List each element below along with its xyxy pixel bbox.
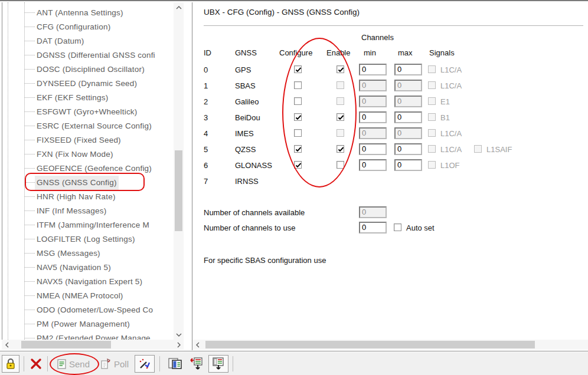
tree-connector bbox=[25, 111, 35, 112]
scrollbar-thumb[interactable] bbox=[205, 341, 535, 348]
scroll-left-icon[interactable] bbox=[192, 340, 202, 350]
channels-to-use-field[interactable]: 0 bbox=[359, 222, 387, 233]
signal-label: L1C/A bbox=[440, 145, 462, 154]
window-download-icon bbox=[211, 357, 226, 371]
signal-label: L1OF bbox=[440, 161, 460, 170]
enable-checkbox-glonass[interactable] bbox=[337, 161, 344, 169]
signal-checkbox-l1of bbox=[428, 161, 436, 169]
tree-item-label: GNSS (GNSS Config) bbox=[35, 176, 119, 190]
tree-item-hnr[interactable]: HNR (High Nav Rate) bbox=[2, 190, 174, 204]
configure-checkbox-glonass[interactable] bbox=[294, 161, 302, 169]
check-mark-icon bbox=[337, 66, 345, 74]
row-gnss-name: IRNSS bbox=[235, 177, 259, 186]
tree-item-ekf[interactable]: EKF (EKF Settings) bbox=[2, 91, 174, 105]
tree-connector bbox=[25, 83, 35, 84]
configure-checkbox-sbas[interactable] bbox=[294, 81, 302, 89]
max-channels-field-sbas: 0 bbox=[394, 80, 422, 91]
configure-checkbox-beidou[interactable] bbox=[294, 113, 302, 121]
max-channels-field-glonass[interactable]: 0 bbox=[394, 159, 422, 171]
lock-button[interactable] bbox=[2, 355, 19, 373]
max-channels-field-gps[interactable]: 0 bbox=[394, 64, 422, 75]
tree-item-label: GEOFENCE (Geofence Config) bbox=[37, 162, 152, 176]
tree-item-geofence[interactable]: GEOFENCE (Geofence Config) bbox=[2, 162, 174, 176]
views-button[interactable] bbox=[166, 355, 185, 373]
tree-item-pm2[interactable]: PM2 (Extended Power Manage bbox=[2, 331, 174, 340]
min-channels-field-imes: 0 bbox=[359, 127, 387, 139]
poll-icon bbox=[100, 358, 112, 370]
min-channels-field-beidou[interactable]: 0 bbox=[359, 111, 387, 123]
signal-checkbox-l1ca bbox=[428, 65, 436, 73]
check-mark-icon bbox=[295, 162, 302, 169]
signal-checkbox-l1ca bbox=[428, 145, 436, 153]
tree-connector bbox=[25, 69, 35, 70]
scrollbar-thumb[interactable] bbox=[175, 150, 182, 231]
max-channels-field-imes: 0 bbox=[394, 127, 422, 139]
check-mark-icon bbox=[295, 66, 302, 74]
tree-item-dynseed[interactable]: DYNSEED (Dynamic Seed) bbox=[2, 77, 174, 91]
scroll-down-icon[interactable] bbox=[174, 330, 184, 340]
min-channels-field-glonass[interactable]: 0 bbox=[359, 159, 387, 171]
min-channels-field-gps[interactable]: 0 bbox=[359, 64, 387, 75]
tree-item-esrc[interactable]: ESRC (External Source Config) bbox=[2, 119, 174, 133]
signal-label: B1 bbox=[440, 113, 450, 122]
tree-item-ant[interactable]: ANT (Antenna Settings) bbox=[2, 6, 174, 20]
tree-item-logfilter[interactable]: LOGFILTER (Log Settings) bbox=[2, 232, 174, 246]
enable-checkbox-qzss[interactable] bbox=[337, 145, 344, 153]
store-config-button[interactable] bbox=[208, 355, 228, 373]
tree-item-label: DOSC (Disciplined Oscillator) bbox=[37, 63, 145, 77]
customize-button[interactable] bbox=[135, 355, 155, 373]
tree-item-msg[interactable]: MSG (Messages) bbox=[2, 246, 174, 261]
enable-checkbox-gps[interactable] bbox=[337, 65, 344, 73]
tree-item-label: PM2 (Extended Power Manage bbox=[37, 331, 151, 340]
tree-vertical-scrollbar[interactable] bbox=[174, 2, 184, 340]
min-channels-field-qzss[interactable]: 0 bbox=[359, 143, 387, 155]
poll-button[interactable]: Poll bbox=[98, 355, 131, 373]
tree-item-label: ESRC (External Source Config) bbox=[37, 119, 152, 133]
customize-wand-icon bbox=[138, 357, 151, 370]
max-channels-field-qzss[interactable]: 0 bbox=[394, 143, 422, 155]
tree-horizontal-scrollbar[interactable] bbox=[2, 340, 184, 350]
scrollbar-thumb[interactable] bbox=[21, 341, 111, 348]
tree-item-label: FXN (Fix Now Mode) bbox=[37, 147, 113, 162]
tree-item-fxn[interactable]: FXN (Fix Now Mode) bbox=[2, 147, 174, 162]
signal-checkbox-l1saif bbox=[474, 145, 482, 153]
tree-item-navx5[interactable]: NAVX5 (Navigation Expert 5) bbox=[2, 275, 174, 289]
panel-title: UBX - CFG (Config) - GNSS (GNSS Config) bbox=[204, 8, 360, 17]
auto-set-checkbox[interactable] bbox=[394, 223, 401, 231]
clipboard-icon bbox=[168, 357, 183, 370]
messages-view-window: ANT (Antenna Settings)CFG (Configuration… bbox=[0, 0, 588, 375]
tree-item-dosc[interactable]: DOSC (Disciplined Oscillator) bbox=[2, 63, 174, 77]
tree-item-esfgwt[interactable]: ESFGWT (Gyro+Wheeltick) bbox=[2, 105, 174, 119]
signal-label: E1 bbox=[440, 97, 450, 106]
tree-item-inf[interactable]: INF (Inf Messages) bbox=[2, 204, 174, 218]
tree-item-fixseed[interactable]: FIXSEED (Fixed Seed) bbox=[2, 133, 174, 147]
tree-item-dat[interactable]: DAT (Datum) bbox=[2, 34, 174, 48]
tree-item-pm[interactable]: PM (Power Management) bbox=[2, 317, 174, 331]
tree-item-gnss[interactable]: GNSS (GNSS Config) bbox=[2, 176, 174, 190]
tree-item-nmea[interactable]: NMEA (NMEA Protocol) bbox=[2, 289, 174, 303]
configure-checkbox-gps[interactable] bbox=[294, 65, 302, 73]
tree-item-cfg[interactable]: CFG (Configuration) bbox=[2, 20, 174, 34]
scroll-up-icon[interactable] bbox=[174, 2, 184, 12]
tree-item-itfm[interactable]: ITFM (Jamming/Interference M bbox=[2, 218, 174, 232]
max-channels-field-beidou[interactable]: 0 bbox=[394, 111, 422, 123]
configure-checkbox-qzss[interactable] bbox=[294, 145, 302, 153]
row-id: 7 bbox=[204, 177, 208, 186]
sbas-note: For specific SBAS configuration use bbox=[204, 256, 326, 265]
tree-item-odo[interactable]: ODO (Odometer/Low-Speed Co bbox=[2, 303, 174, 317]
tree-item-nav5[interactable]: NAV5 (Navigation 5) bbox=[2, 261, 174, 275]
signal-checkbox-l1ca bbox=[428, 129, 436, 137]
tree-item-dgnss[interactable]: DGNSS (Differential GNSS confi bbox=[2, 48, 174, 63]
load-config-button[interactable] bbox=[187, 355, 206, 373]
send-button[interactable]: Send bbox=[55, 355, 92, 373]
configure-checkbox-imes[interactable] bbox=[294, 129, 302, 137]
delete-button[interactable] bbox=[28, 355, 44, 373]
tree-connector bbox=[25, 281, 35, 282]
configure-checkbox-galileo[interactable] bbox=[294, 97, 302, 105]
panel-horizontal-scrollbar[interactable] bbox=[192, 340, 588, 350]
signal-label: L1SAIF bbox=[486, 145, 512, 154]
scroll-right-icon[interactable] bbox=[174, 340, 184, 350]
scroll-left-icon[interactable] bbox=[2, 340, 12, 350]
tree-connector bbox=[25, 324, 35, 324]
enable-checkbox-beidou[interactable] bbox=[337, 113, 344, 121]
